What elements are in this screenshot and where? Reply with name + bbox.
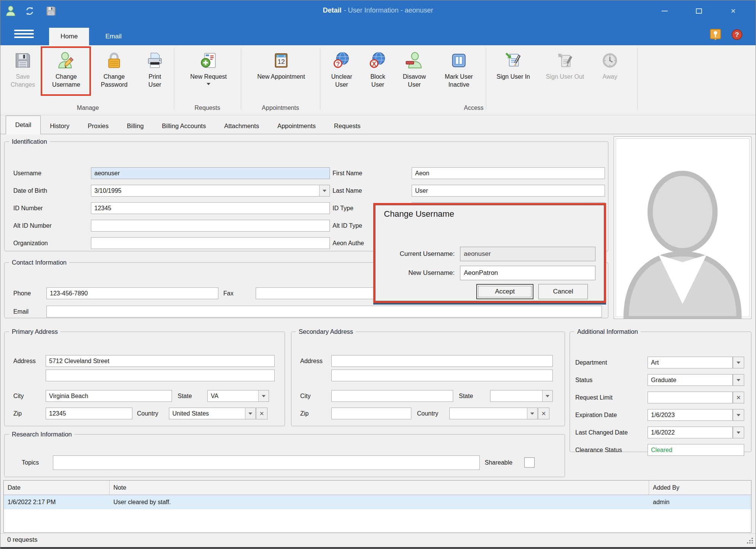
additional-info-legend: Additional Information bbox=[575, 328, 641, 335]
cancel-button[interactable]: Cancel bbox=[538, 284, 588, 299]
sync-icon[interactable] bbox=[22, 3, 38, 19]
country-input[interactable] bbox=[169, 408, 245, 419]
disavow-user-button[interactable]: Disavow User bbox=[396, 48, 433, 104]
column-header-added-by[interactable]: Added By bbox=[649, 481, 751, 495]
organization-label: Organization bbox=[13, 237, 48, 249]
alt-id-number-input[interactable] bbox=[91, 220, 330, 232]
pause-icon bbox=[450, 51, 468, 70]
minimize-button[interactable] bbox=[656, 5, 674, 17]
change-username-button[interactable]: Change Username bbox=[43, 48, 89, 104]
address1-input[interactable] bbox=[46, 355, 275, 367]
close-button[interactable]: ✕ bbox=[724, 5, 742, 17]
column-header-date[interactable]: Date bbox=[4, 481, 110, 495]
dropdown-arrow-icon[interactable] bbox=[733, 357, 744, 368]
dob-input[interactable] bbox=[91, 185, 319, 196]
expiration-date-input[interactable] bbox=[648, 409, 733, 421]
organization-input[interactable] bbox=[91, 237, 330, 249]
research-info-legend: Research Information bbox=[9, 431, 75, 438]
country-input[interactable] bbox=[450, 408, 527, 419]
dropdown-arrow-icon[interactable] bbox=[733, 427, 744, 438]
request-limit-input[interactable] bbox=[648, 392, 733, 403]
last-name-input[interactable] bbox=[412, 185, 605, 197]
request-count: 0 requests bbox=[7, 536, 37, 544]
ribbon-tab-home[interactable]: Home bbox=[49, 28, 89, 45]
dropdown-arrow-icon[interactable] bbox=[527, 408, 537, 419]
zip-input[interactable] bbox=[46, 408, 132, 419]
save-icon[interactable] bbox=[43, 3, 59, 19]
dropdown-arrow-icon[interactable] bbox=[245, 408, 255, 419]
block-user-button[interactable]: Block User bbox=[361, 48, 395, 104]
ribbon-tab-email[interactable]: Email bbox=[94, 28, 133, 45]
dropdown-arrow-icon[interactable] bbox=[258, 390, 269, 401]
user-icon[interactable] bbox=[3, 3, 19, 19]
username-label: Username bbox=[13, 167, 41, 179]
clearance-status-input[interactable] bbox=[648, 444, 744, 456]
id-number-input[interactable] bbox=[91, 202, 330, 214]
new-request-button[interactable]: New Request bbox=[178, 48, 239, 104]
dropdown-arrow-icon[interactable] bbox=[542, 390, 552, 401]
table-row[interactable]: 1/6/2022 2:17 PM User cleared by staff. … bbox=[4, 495, 751, 509]
address1-input[interactable] bbox=[331, 355, 553, 367]
last-name-label: Last Name bbox=[333, 185, 362, 197]
zip-input[interactable] bbox=[331, 408, 411, 419]
tab-history[interactable]: History bbox=[41, 118, 78, 134]
new-username-input[interactable] bbox=[460, 266, 595, 280]
tab-appointments[interactable]: Appointments bbox=[268, 118, 325, 134]
primary-address-group: Primary Address Address City State Zip C… bbox=[4, 328, 285, 426]
phone-input[interactable] bbox=[46, 287, 218, 299]
state-input[interactable] bbox=[490, 390, 542, 401]
cell-date: 1/6/2022 2:17 PM bbox=[4, 495, 110, 509]
sign-out-icon bbox=[556, 51, 574, 70]
column-header-note[interactable]: Note bbox=[110, 481, 649, 495]
country-combo bbox=[449, 408, 538, 419]
topics-input[interactable] bbox=[53, 455, 480, 470]
clear-country-icon[interactable] bbox=[538, 408, 549, 419]
help-icon[interactable] bbox=[730, 28, 744, 41]
menu-icon[interactable] bbox=[14, 28, 34, 40]
status-input[interactable] bbox=[648, 374, 733, 386]
tab-billing-accounts[interactable]: Billing Accounts bbox=[153, 118, 215, 134]
tab-proxies[interactable]: Proxies bbox=[79, 118, 118, 134]
state-label: State bbox=[459, 390, 473, 402]
sign-user-in-button[interactable]: Sign User In bbox=[490, 48, 537, 104]
tab-requests[interactable]: Requests bbox=[325, 118, 370, 134]
tab-attachments[interactable]: Attachments bbox=[215, 118, 268, 134]
dropdown-arrow-icon[interactable] bbox=[733, 409, 744, 421]
shareable-checkbox[interactable] bbox=[524, 457, 535, 468]
window-title: Detail- User Information - aeonuser bbox=[0, 6, 756, 14]
alt-id-number-label: Alt ID Number bbox=[13, 220, 51, 232]
state-combo bbox=[207, 390, 269, 402]
resize-grip-icon[interactable] bbox=[746, 537, 753, 544]
tab-billing[interactable]: Billing bbox=[118, 118, 153, 134]
change-password-button[interactable]: Change Password bbox=[92, 48, 137, 104]
topics-label: Topics bbox=[22, 455, 39, 470]
accept-button[interactable]: Accept bbox=[476, 284, 533, 299]
ribbon: Save Changes Change Username Change Pass… bbox=[0, 45, 756, 115]
phone-label: Phone bbox=[13, 287, 31, 299]
address2-input[interactable] bbox=[46, 370, 275, 381]
last-changed-date-input[interactable] bbox=[648, 427, 733, 438]
dropdown-arrow-icon[interactable] bbox=[319, 185, 329, 196]
dropdown-arrow-icon[interactable] bbox=[733, 374, 744, 386]
maximize-button[interactable] bbox=[690, 5, 708, 17]
print-user-button[interactable]: Print User bbox=[138, 48, 172, 104]
city-input[interactable] bbox=[46, 390, 172, 402]
clear-request-limit-icon[interactable] bbox=[733, 392, 744, 403]
department-label: Department bbox=[575, 357, 607, 368]
email-input[interactable] bbox=[46, 306, 602, 317]
status-bar: 0 requests bbox=[0, 533, 756, 549]
department-input[interactable] bbox=[648, 357, 733, 368]
first-name-input[interactable] bbox=[412, 167, 605, 179]
city-input[interactable] bbox=[331, 390, 453, 402]
new-appointment-button[interactable]: New Appointment bbox=[245, 48, 318, 104]
state-input[interactable] bbox=[208, 390, 258, 401]
clear-country-icon[interactable] bbox=[256, 408, 267, 419]
mark-user-inactive-button[interactable]: Mark User Inactive bbox=[434, 48, 484, 104]
username-input[interactable] bbox=[91, 167, 330, 179]
pin-icon[interactable] bbox=[709, 28, 723, 41]
address2-input[interactable] bbox=[331, 370, 553, 381]
cell-added-by: admin bbox=[649, 495, 751, 509]
tab-detail[interactable]: Detail bbox=[6, 116, 41, 134]
globe-question-icon bbox=[333, 51, 351, 70]
unclear-user-button[interactable]: Unclear User bbox=[324, 48, 360, 104]
